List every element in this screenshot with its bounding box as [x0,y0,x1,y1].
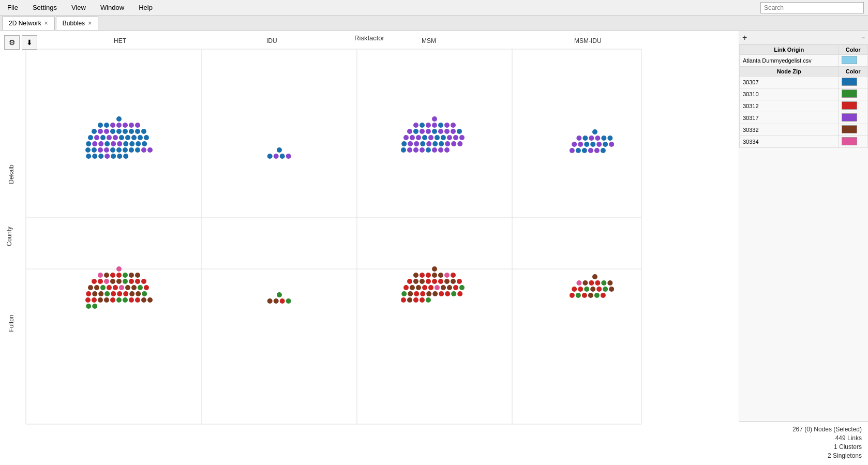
node-zip-row: 30332 [740,124,868,136]
svg-point-124 [590,142,595,147]
svg-point-232 [576,280,581,286]
svg-point-18 [98,129,103,134]
svg-point-245 [570,293,575,298]
node-zip-header: Node Zip [740,67,839,77]
tab-bubbles[interactable]: Bubbles × [56,17,98,30]
svg-point-40 [111,141,116,146]
svg-point-24 [135,129,140,134]
legend-collapse-button[interactable]: − [861,34,865,41]
svg-point-212 [441,285,446,290]
svg-point-173 [98,297,103,303]
svg-point-50 [110,147,115,153]
svg-point-101 [432,141,438,146]
svg-point-89 [422,135,427,140]
svg-point-32 [125,135,130,140]
tab-bubbles-close[interactable]: × [88,20,92,27]
svg-point-217 [408,291,413,296]
svg-point-220 [426,291,431,296]
svg-point-177 [123,297,128,303]
svg-point-159 [138,285,143,290]
svg-point-96 [401,141,407,146]
node-zip-value: 30310 [740,88,839,100]
svg-point-65 [267,154,273,159]
svg-point-38 [98,141,103,146]
x-label-msm: MSM [422,37,436,44]
svg-point-117 [589,136,594,141]
svg-point-207 [410,285,415,290]
svg-point-115 [576,136,581,141]
svg-point-140 [129,273,134,278]
node-zip-color[interactable] [839,112,868,124]
svg-point-148 [129,279,134,284]
settings-button[interactable]: ⚙ [4,35,20,50]
svg-point-181 [147,297,153,303]
node-zip-row: 30312 [740,100,868,112]
svg-point-63 [123,154,128,159]
node-zip-color[interactable] [839,100,868,112]
svg-point-248 [588,293,593,298]
tab-2dnetwork-close[interactable]: × [44,20,48,27]
menu-view[interactable]: View [68,2,89,13]
svg-point-84 [451,129,456,134]
svg-point-204 [451,279,456,284]
menu-settings[interactable]: Settings [29,2,60,13]
svg-point-30 [113,135,118,140]
menu-file[interactable]: File [4,2,21,13]
svg-point-75 [444,123,450,128]
node-zip-row: 30307 [740,77,868,88]
svg-point-106 [401,147,406,153]
svg-point-178 [129,297,134,303]
svg-point-111 [432,147,437,153]
svg-point-135 [98,273,103,278]
svg-point-27 [94,135,99,140]
svg-point-120 [607,136,612,141]
svg-point-149 [135,279,140,284]
svg-point-80 [426,129,431,134]
svg-point-221 [432,291,438,296]
tab-2dnetwork[interactable]: 2D Network × [2,17,55,30]
node-zip-color[interactable] [839,88,868,100]
search-input[interactable] [760,2,864,13]
download-button[interactable]: ⬇ [22,35,37,50]
link-origin-color-header: Color [839,45,868,55]
svg-point-34 [138,135,143,140]
svg-point-55 [141,147,146,153]
grid-lines [0,31,739,465]
svg-point-45 [142,141,147,146]
menubar: File Settings View Window Help [0,0,868,16]
svg-point-169 [136,291,141,296]
svg-point-234 [589,280,594,286]
link-origin-row: Atlanta Dummyedgelist.csv [740,55,868,67]
node-zip-color[interactable] [839,124,868,136]
node-zip-color[interactable] [839,136,868,148]
svg-point-125 [596,142,602,147]
node-zip-value: 30332 [740,124,839,136]
svg-point-152 [94,285,99,290]
menu-window[interactable]: Window [97,2,127,13]
svg-point-116 [582,136,588,141]
link-origin-color[interactable] [839,55,868,67]
y-label-fulton: Fulton [8,303,15,344]
legend-add-button[interactable]: + [742,33,747,42]
svg-point-118 [595,136,600,141]
svg-point-228 [413,297,418,303]
svg-point-68 [286,154,291,159]
svg-point-95 [459,135,465,140]
stats-panel: 267 (0) Nodes (Selected) 449 Links 1 Clu… [739,421,868,465]
svg-point-97 [408,141,413,146]
svg-point-162 [92,291,97,296]
node-zip-color[interactable] [839,77,868,88]
svg-point-164 [104,291,110,296]
svg-point-171 [85,297,91,303]
menu-help[interactable]: Help [136,2,156,13]
svg-point-14 [123,123,128,128]
singletons-stat: 2 Singletons [745,452,862,459]
svg-point-194 [438,273,443,278]
svg-point-151 [88,285,93,290]
svg-point-141 [135,273,140,278]
svg-point-206 [403,285,409,290]
svg-point-87 [410,135,415,140]
svg-point-64 [277,147,282,153]
svg-point-52 [123,147,128,153]
svg-point-128 [570,148,575,153]
